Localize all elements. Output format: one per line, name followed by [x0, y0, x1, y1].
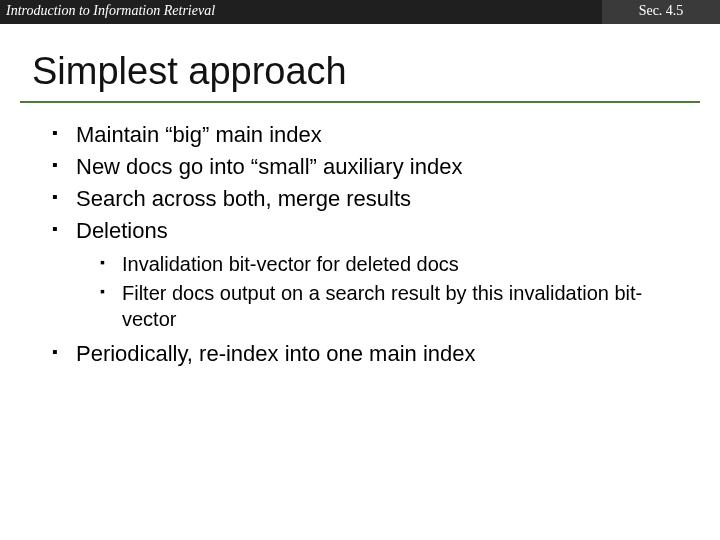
bullet-text: Deletions [76, 218, 168, 243]
header-left: Introduction to Information Retrieval [0, 0, 602, 24]
sub-bullet: Invalidation bit-vector for deleted docs [104, 252, 686, 278]
sub-bullet-text: Invalidation bit-vector for deleted docs [122, 253, 459, 275]
header-bar: Introduction to Information Retrieval Se… [0, 0, 720, 24]
bullet: Maintain “big” main index [58, 121, 686, 149]
header-right: Sec. 4.5 [602, 0, 720, 24]
bullet-text: Maintain “big” main index [76, 122, 322, 147]
bullet-text: New docs go into “small” auxiliary index [76, 154, 462, 179]
slide-title: Simplest approach [0, 24, 720, 101]
bullet-text: Periodically, re-index into one main ind… [76, 341, 475, 366]
sub-bullet-text: Filter docs output on a search result by… [122, 282, 642, 330]
bullet: Search across both, merge results [58, 185, 686, 213]
bullet: Periodically, re-index into one main ind… [58, 340, 686, 368]
slide: Introduction to Information Retrieval Se… [0, 0, 720, 540]
sub-bullet: Filter docs output on a search result by… [104, 281, 686, 332]
bullet: New docs go into “small” auxiliary index [58, 153, 686, 181]
bullet-text: Search across both, merge results [76, 186, 411, 211]
bullet: Deletions Invalidation bit-vector for de… [58, 217, 686, 332]
content: Maintain “big” main index New docs go in… [0, 103, 720, 369]
